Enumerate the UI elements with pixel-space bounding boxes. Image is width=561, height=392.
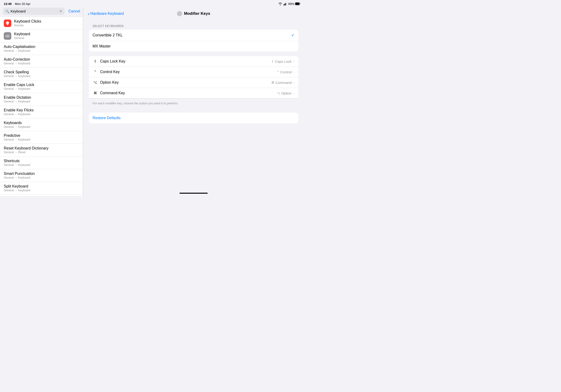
mx-master-label: MX Master (93, 44, 111, 48)
list-item-smart-punctuation[interactable]: Smart Punctuation General → Keyboard (0, 169, 83, 182)
keyboard-clicks-text: Keyboard Clicks Sounds (14, 19, 41, 27)
control-key-row[interactable]: ⌃ Control Key ⌃ Control › (89, 67, 298, 77)
predictive-text: Predictive General → Keyboard (4, 133, 30, 141)
check-spelling-subtitle: General → Keyboard (4, 75, 30, 78)
nav-back-button[interactable]: ‹ Hardware Keyboard (88, 11, 124, 16)
keyboard-mx-master[interactable]: MX Master (89, 41, 298, 52)
caps-lock-chevron-icon: › (293, 59, 295, 63)
enable-key-flicks-title: Enable Key Flicks (4, 108, 33, 112)
list-item-auto-capitalisation[interactable]: Auto-Capitalisation General → Keyboard (0, 42, 83, 55)
auto-capitalisation-subtitle: General → Keyboard (4, 49, 35, 52)
svg-rect-11 (7, 35, 8, 36)
convertible-2-tkl-check: ✓ (291, 33, 295, 38)
control-value-icon: ⌃ (277, 70, 279, 74)
option-key-label: Option Key (100, 80, 119, 85)
option-key-left: ⌥ Option Key (93, 80, 271, 85)
keyboard-text: Keyboard General (14, 32, 30, 40)
nav-title-area: Modifier Keys (177, 11, 210, 16)
list-item-enable-caps-lock[interactable]: Enable Caps Lock General → Keyboard (0, 80, 83, 93)
caps-lock-value-icon: ⇪ (271, 60, 274, 63)
search-results-list: Keyboard Clicks Sounds (0, 17, 83, 196)
control-key-icon: ⌃ (93, 70, 98, 74)
home-indicator (83, 190, 304, 196)
option-key-icon: ⌥ (93, 80, 98, 85)
cancel-button[interactable]: Cancel (66, 8, 80, 15)
caps-lock-key-row[interactable]: ⇪ Caps Lock Key ⇪ Caps Lock › (89, 56, 298, 67)
svg-rect-6 (296, 3, 299, 5)
option-key-row[interactable]: ⌥ Option Key ⌘ Command › (89, 77, 298, 88)
content-area: SELECT KEYBOARDS Convertible 2 TKL ✓ MX … (83, 20, 304, 190)
option-value-icon: ⌘ (271, 81, 274, 84)
nav-title: Modifier Keys (184, 11, 210, 16)
convertible-2-tkl-label: Convertible 2 TKL (93, 33, 123, 37)
svg-rect-14 (6, 36, 7, 37)
control-key-left: ⌃ Control Key (93, 70, 277, 74)
search-input-wrapper[interactable]: 🔍 ✕ (3, 8, 65, 15)
smart-punctuation-subtitle: General → Keyboard (4, 176, 35, 179)
control-chevron-icon: › (293, 70, 295, 74)
svg-rect-9 (6, 35, 9, 37)
list-item-keyboard[interactable]: Keyboard General (0, 30, 83, 42)
command-key-label: Command Key (100, 91, 125, 95)
keyboard-subtitle: General (14, 36, 30, 40)
keyboards-subtitle: General → Keyboard (4, 125, 30, 129)
enable-key-flicks-text: Enable Key Flicks General → Keyboard (4, 108, 33, 116)
command-chevron-icon: › (293, 91, 295, 95)
check-spelling-title: Check Spelling (4, 70, 30, 74)
command-value-text: Option (281, 91, 291, 95)
keyboards-text: Keyboards General → Keyboard (4, 121, 30, 129)
status-icons: 89% (278, 2, 300, 6)
svg-rect-5 (300, 3, 300, 4)
caps-lock-key-value: ⇪ Caps Lock › (271, 59, 295, 64)
svg-rect-16 (8, 36, 9, 37)
keyboard-convertible-2-tkl[interactable]: Convertible 2 TKL ✓ (89, 30, 298, 41)
keyboard-clicks-icon (4, 20, 11, 27)
list-item-keyboard-clicks[interactable]: Keyboard Clicks Sounds (0, 17, 83, 30)
keyboard-icon (4, 32, 11, 40)
battery-percent: 89% (288, 2, 294, 6)
control-key-label: Control Key (100, 70, 120, 74)
restore-defaults-card: Restore Defaults (89, 113, 298, 123)
enable-caps-lock-text: Enable Caps Lock General → Keyboard (4, 83, 34, 90)
auto-capitalisation-text: Auto-Capitalisation General → Keyboard (4, 45, 35, 52)
command-key-row[interactable]: ⌘ Command Key ⌥ Option › (89, 88, 298, 98)
left-panel: 🔍 ✕ Cancel Keyboard Clicks Sounds (0, 8, 83, 196)
predictive-subtitle: General → Keyboard (4, 138, 30, 141)
shortcuts-text: Shortcuts General → Keyboard (4, 159, 30, 167)
option-chevron-icon: › (293, 81, 295, 84)
list-item-split-keyboard[interactable]: Split Keyboard General → Keyboard (0, 182, 83, 195)
keyboard-clicks-title: Keyboard Clicks (14, 19, 41, 23)
list-item-predictive[interactable]: Predictive General → Keyboard (0, 131, 83, 144)
predictive-title: Predictive (4, 133, 30, 138)
restore-defaults-button[interactable]: Restore Defaults (89, 113, 298, 123)
nav-bar: ‹ Hardware Keyboard Modifier Keys (83, 8, 304, 20)
list-item-check-spelling[interactable]: Check Spelling General → Keyboard (0, 68, 83, 80)
control-key-value: ⌃ Control › (277, 70, 295, 74)
list-item-shortcuts[interactable]: Shortcuts General → Keyboard (0, 156, 83, 169)
chevron-left-icon: ‹ (88, 11, 89, 16)
caps-lock-key-left: ⇪ Caps Lock Key (93, 59, 271, 64)
search-clear-icon[interactable]: ✕ (59, 9, 62, 13)
list-item-enable-key-flicks[interactable]: Enable Key Flicks General → Keyboard (0, 106, 83, 119)
enable-dictation-text: Enable Dictation General → Keyboard (4, 95, 31, 103)
keyboard-clicks-subtitle: Sounds (14, 24, 41, 27)
list-item-auto-correction[interactable]: Auto-Correction General → Keyboard (0, 55, 83, 68)
enable-caps-lock-title: Enable Caps Lock (4, 83, 34, 87)
main-container: 🔍 ✕ Cancel Keyboard Clicks Sounds (0, 8, 304, 196)
option-value-text: Command (275, 81, 291, 85)
check-spelling-text: Check Spelling General → Keyboard (4, 70, 30, 78)
enable-dictation-subtitle: General → Keyboard (4, 100, 31, 103)
reset-keyboard-dictionary-title: Reset Keyboard Dictionary (4, 146, 48, 150)
list-item-keyboards[interactable]: Keyboards General → Keyboard (0, 119, 83, 131)
smart-punctuation-text: Smart Punctuation General → Keyboard (4, 172, 35, 179)
keyboard-title: Keyboard (14, 32, 30, 36)
home-bar (180, 193, 208, 194)
search-input[interactable] (11, 9, 58, 13)
list-item-text-replacement[interactable]: Text Replacement General → Keyboard (0, 195, 83, 196)
list-item-enable-dictation[interactable]: Enable Dictation General → Keyboard (0, 93, 83, 106)
auto-correction-subtitle: General → Keyboard (4, 62, 30, 65)
list-item-reset-keyboard-dictionary[interactable]: Reset Keyboard Dictionary General → Rese… (0, 144, 83, 156)
caps-lock-value-text: Caps Lock (275, 59, 291, 64)
svg-rect-12 (8, 35, 8, 36)
status-date: Mon 20 Apr (15, 2, 31, 6)
